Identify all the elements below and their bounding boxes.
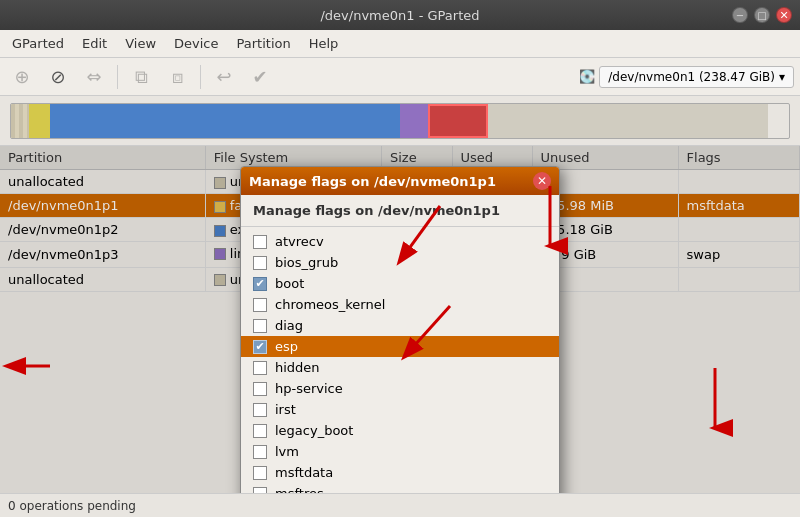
delete-button[interactable]: ⊘: [42, 61, 74, 93]
flag-checkbox-irst[interactable]: [253, 403, 267, 417]
flags-list: atvrecv bios_grub ✔ boot chromeos_kernel: [241, 227, 559, 493]
menu-partition[interactable]: Partition: [229, 32, 299, 55]
copy-button[interactable]: ⧉: [125, 61, 157, 93]
flag-atvrecv[interactable]: atvrecv: [241, 231, 559, 252]
chevron-down-icon: ▾: [779, 70, 785, 84]
disk-seg-empty: [488, 104, 768, 138]
flag-label: atvrecv: [275, 234, 324, 249]
disk-seg-p2: [50, 104, 400, 138]
flag-checkbox-msftres[interactable]: [253, 487, 267, 494]
flag-label: hp-service: [275, 381, 343, 396]
menu-help[interactable]: Help: [301, 32, 347, 55]
flag-hidden[interactable]: hidden: [241, 357, 559, 378]
flag-msftdata[interactable]: msftdata: [241, 462, 559, 483]
flag-irst[interactable]: irst: [241, 399, 559, 420]
maximize-button[interactable]: □: [754, 7, 770, 23]
flag-label: boot: [275, 276, 304, 291]
flag-checkbox-legacy-boot[interactable]: [253, 424, 267, 438]
flag-label: irst: [275, 402, 296, 417]
flag-checkbox-bios-grub[interactable]: [253, 256, 267, 270]
menu-view[interactable]: View: [117, 32, 164, 55]
new-button[interactable]: ⊕: [6, 61, 38, 93]
flag-diag[interactable]: diag: [241, 315, 559, 336]
flag-checkbox-hidden[interactable]: [253, 361, 267, 375]
title-bar: /dev/nvme0n1 - GParted − □ ✕: [0, 0, 800, 30]
dialog-title-bar: Manage flags on /dev/nvme0n1p1 ✕: [241, 167, 559, 195]
status-bar: 0 operations pending: [0, 493, 800, 517]
flag-label: hidden: [275, 360, 320, 375]
flag-esp[interactable]: ✔ esp: [241, 336, 559, 357]
dialog-close-button[interactable]: ✕: [533, 172, 551, 190]
flag-label: esp: [275, 339, 298, 354]
flag-checkbox-hp-service[interactable]: [253, 382, 267, 396]
close-button[interactable]: ✕: [776, 7, 792, 23]
minimize-button[interactable]: −: [732, 7, 748, 23]
undo-button[interactable]: ↩: [208, 61, 240, 93]
menu-gparted[interactable]: GParted: [4, 32, 72, 55]
flag-checkbox-msftdata[interactable]: [253, 466, 267, 480]
disk-seg-selected: [428, 104, 488, 138]
operations-pending: 0 operations pending: [8, 499, 136, 513]
disk-seg-unallocated1: [11, 104, 29, 138]
disk-seg-p1: [29, 104, 50, 138]
window-title: /dev/nvme0n1 - GParted: [68, 8, 732, 23]
apply-button[interactable]: ✔: [244, 61, 276, 93]
flag-boot[interactable]: ✔ boot: [241, 273, 559, 294]
main-content: Partition File System Size Used Unused F…: [0, 146, 800, 493]
disk-selector-button[interactable]: /dev/nvme0n1 (238.47 GiB) ▾: [599, 66, 794, 88]
flag-label: msftres: [275, 486, 324, 493]
toolbar-sep2: [200, 65, 201, 89]
menu-edit[interactable]: Edit: [74, 32, 115, 55]
flag-checkbox-boot[interactable]: ✔: [253, 277, 267, 291]
resize-button[interactable]: ⇔: [78, 61, 110, 93]
disk-selector-label: /dev/nvme0n1 (238.47 GiB): [608, 70, 775, 84]
flag-msftres[interactable]: msftres: [241, 483, 559, 493]
flag-checkbox-atvrecv[interactable]: [253, 235, 267, 249]
disk-seg-p3: [400, 104, 428, 138]
paste-button[interactable]: ⧈: [161, 61, 193, 93]
flag-checkbox-diag[interactable]: [253, 319, 267, 333]
flag-label: lvm: [275, 444, 299, 459]
flag-chromeos-kernel[interactable]: chromeos_kernel: [241, 294, 559, 315]
disk-icon: 💽: [579, 69, 595, 84]
disk-selector: 💽 /dev/nvme0n1 (238.47 GiB) ▾: [579, 66, 794, 88]
flag-label: diag: [275, 318, 303, 333]
flag-checkbox-esp[interactable]: ✔: [253, 340, 267, 354]
dialog-subtitle: Manage flags on /dev/nvme0n1p1: [241, 195, 559, 227]
toolbar-sep1: [117, 65, 118, 89]
disk-visualization: [0, 96, 800, 146]
toolbar: ⊕ ⊘ ⇔ ⧉ ⧈ ↩ ✔ 💽 /dev/nvme0n1 (238.47 GiB…: [0, 58, 800, 96]
flag-checkbox-chromeos-kernel[interactable]: [253, 298, 267, 312]
flag-label: bios_grub: [275, 255, 338, 270]
main-window: /dev/nvme0n1 - GParted − □ ✕ GParted Edi…: [0, 0, 800, 517]
flag-lvm[interactable]: lvm: [241, 441, 559, 462]
menu-device[interactable]: Device: [166, 32, 226, 55]
flag-legacy-boot[interactable]: legacy_boot: [241, 420, 559, 441]
flag-hp-service[interactable]: hp-service: [241, 378, 559, 399]
dialog-overlay: Manage flags on /dev/nvme0n1p1 ✕ Manage …: [0, 146, 800, 493]
manage-flags-dialog: Manage flags on /dev/nvme0n1p1 ✕ Manage …: [240, 166, 560, 493]
window-controls: − □ ✕: [732, 7, 792, 23]
disk-bar: [10, 103, 790, 139]
flag-label: chromeos_kernel: [275, 297, 385, 312]
flag-bios-grub[interactable]: bios_grub: [241, 252, 559, 273]
flag-label: msftdata: [275, 465, 333, 480]
menu-bar: GParted Edit View Device Partition Help: [0, 30, 800, 58]
flag-label: legacy_boot: [275, 423, 353, 438]
flag-checkbox-lvm[interactable]: [253, 445, 267, 459]
dialog-title: Manage flags on /dev/nvme0n1p1: [249, 174, 496, 189]
